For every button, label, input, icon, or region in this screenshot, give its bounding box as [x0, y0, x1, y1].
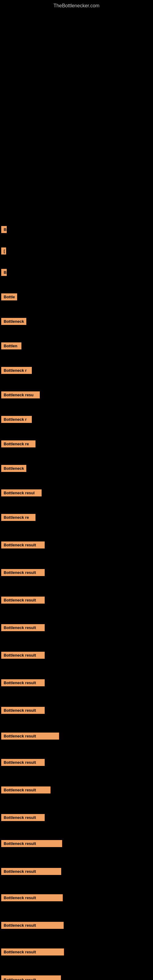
bottleneck-label: [	[1, 247, 6, 255]
bottleneck-result-row: Bottleneck result	[1, 840, 62, 848]
bottleneck-result-row: Bottleneck result	[1, 569, 45, 577]
bottleneck-label: Bottle	[1, 293, 17, 301]
bottleneck-label: Bottleneck result	[1, 652, 45, 659]
bottleneck-label: Bottleneck result	[1, 597, 45, 604]
bottleneck-result-row: B	[1, 269, 7, 277]
bottleneck-label: Bottleneck result	[1, 894, 63, 901]
bottleneck-result-row: Bottleneck result	[1, 652, 45, 660]
bottleneck-label: B	[1, 226, 7, 233]
bottleneck-result-row: Bottleneck result	[1, 759, 45, 767]
bottleneck-label: Bottleneck result	[1, 624, 45, 631]
bottleneck-result-row: Bottleneck re	[1, 514, 35, 522]
bottleneck-result-row: Bottleneck r	[1, 367, 32, 375]
bottleneck-result-row: Bottleneck result	[1, 707, 45, 715]
bottleneck-label: Bottleneck r	[1, 367, 32, 374]
bottleneck-result-row: Bottlen	[1, 342, 21, 351]
bottleneck-result-row: Bottleneck re	[1, 441, 35, 449]
bottleneck-label: Bottleneck	[1, 465, 26, 472]
bottleneck-label: Bottleneck result	[1, 569, 45, 576]
bottleneck-label: Bottleneck result	[1, 840, 62, 847]
bottleneck-result-row: Bottleneck	[1, 465, 26, 473]
bottleneck-label: Bottleneck result	[1, 541, 45, 549]
bottleneck-result-row: Bottleneck result	[1, 814, 45, 822]
bottleneck-result-row: Bottleneck result	[1, 976, 61, 980]
bottleneck-result-row: Bottleneck result	[1, 894, 63, 902]
bottleneck-result-row: Bottleneck result	[1, 624, 45, 632]
bottleneck-result-row: Bottleneck result	[1, 733, 59, 741]
bottleneck-result-row: Bottle	[1, 293, 17, 302]
bottleneck-label: Bottlen	[1, 342, 21, 350]
bottleneck-label: Bottleneck result	[1, 922, 64, 929]
bottleneck-label: Bottleneck result	[1, 759, 45, 766]
bottleneck-result-row: Bottleneck resul	[1, 489, 41, 498]
bottleneck-result-row: Bottleneck result	[1, 922, 64, 930]
bottleneck-result-row: [	[1, 247, 6, 256]
bottleneck-label: Bottleneck result	[1, 679, 45, 686]
bottleneck-label: Bottleneck result	[1, 948, 64, 956]
bottleneck-result-row: Bottleneck	[1, 318, 26, 326]
bottleneck-result-row: B	[1, 226, 7, 234]
bottleneck-result-row: Bottleneck result	[1, 679, 45, 687]
bottleneck-label: Bottleneck re	[1, 441, 35, 447]
bottleneck-label: Bottleneck resu	[1, 391, 40, 398]
bottleneck-result-row: Bottleneck result	[1, 786, 51, 795]
bottleneck-result-row: Bottleneck result	[1, 597, 45, 605]
bottleneck-result-row: Bottleneck resu	[1, 391, 40, 400]
bottleneck-label: Bottleneck result	[1, 786, 51, 794]
bottleneck-label: Bottleneck result	[1, 733, 59, 740]
bottleneck-result-row: Bottleneck result	[1, 868, 61, 876]
bottleneck-label: B	[1, 269, 7, 276]
bottleneck-result-row: Bottleneck r	[1, 416, 32, 424]
bottleneck-label: Bottleneck result	[1, 868, 61, 875]
bottleneck-result-row: Bottleneck result	[1, 948, 64, 957]
bottleneck-label: Bottleneck resul	[1, 489, 41, 496]
bottleneck-label: Bottleneck re	[1, 514, 35, 521]
bottleneck-label: Bottleneck	[1, 318, 26, 325]
bottleneck-label: Bottleneck r	[1, 416, 32, 423]
bottleneck-label: Bottleneck result	[1, 707, 45, 714]
bottleneck-label: Bottleneck result	[1, 814, 45, 821]
bottleneck-result-row: Bottleneck result	[1, 541, 45, 550]
bottleneck-label: Bottleneck result	[1, 976, 61, 980]
site-title: TheBottlenecker.com	[0, 0, 153, 12]
